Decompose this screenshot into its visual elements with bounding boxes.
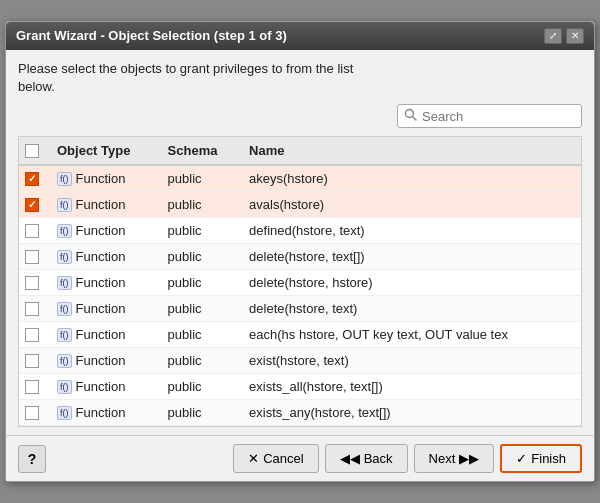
search-icon [404,108,417,124]
table-row: f()Functionpubliceach(hs hstore, OUT key… [19,322,581,348]
cell-object-type: f()Function [49,348,160,374]
row-checkbox[interactable] [25,328,39,342]
footer: ? ✕ Cancel ◀◀ Back Next ▶▶ ✓ Finish [6,435,594,481]
row-checkbox[interactable] [25,224,39,238]
cancel-label: Cancel [263,451,303,466]
cell-schema: public [160,322,241,348]
function-icon: f() [57,250,72,264]
row-checkbox[interactable] [25,354,39,368]
function-icon: f() [57,328,72,342]
finish-label: Finish [531,451,566,466]
description-line2: below. [18,79,55,94]
type-label: Function [76,171,126,186]
checkbox-cell [19,218,49,244]
top-row [18,104,582,128]
table-row: f()Functionpublicexists_any(hstore, text… [19,400,581,426]
cell-schema: public [160,192,241,218]
function-icon: f() [57,406,72,420]
table-row: f()Functionpublicdefined(hstore, text) [19,218,581,244]
cell-schema: public [160,400,241,426]
type-label: Function [76,405,126,420]
objects-table: Object Type Schema Name f()Functionpubli… [19,137,581,426]
cell-name: exist(hstore, text) [241,348,581,374]
description-line1: Please select the objects to grant privi… [18,61,353,76]
checkbox-cell [19,244,49,270]
header-checkbox-col [19,137,49,165]
cell-name: exists_any(hstore, text[]) [241,400,581,426]
header-checkbox[interactable] [25,144,39,158]
header-object-type: Object Type [49,137,160,165]
row-checkbox[interactable] [25,380,39,394]
cell-name: delete(hstore, text[]) [241,244,581,270]
table-row: f()Functionpublicakeys(hstore) [19,165,581,192]
cell-object-type: f()Function [49,192,160,218]
back-icon: ◀◀ [340,451,360,466]
cell-schema: public [160,374,241,400]
cell-name: each(hs hstore, OUT key text, OUT value … [241,322,581,348]
function-icon: f() [57,354,72,368]
header-name: Name [241,137,581,165]
table-row: f()Functionpublicexist(hstore, text) [19,348,581,374]
cell-object-type: f()Function [49,218,160,244]
cell-schema: public [160,270,241,296]
table-row: f()Functionpublicdelete(hstore, hstore) [19,270,581,296]
cell-name: avals(hstore) [241,192,581,218]
function-icon: f() [57,302,72,316]
cell-object-type: f()Function [49,270,160,296]
row-checkbox[interactable] [25,172,39,186]
function-icon: f() [57,224,72,238]
function-icon: f() [57,276,72,290]
cell-schema: public [160,165,241,192]
dialog-title: Grant Wizard - Object Selection (step 1 … [16,28,287,43]
checkbox-cell [19,322,49,348]
row-checkbox[interactable] [25,302,39,316]
function-icon: f() [57,380,72,394]
table-row: f()Functionpublicavals(hstore) [19,192,581,218]
cancel-button[interactable]: ✕ Cancel [233,444,318,473]
checkbox-cell [19,165,49,192]
cell-object-type: f()Function [49,322,160,348]
function-icon: f() [57,198,72,212]
cell-object-type: f()Function [49,165,160,192]
type-label: Function [76,275,126,290]
dialog-body: Please select the objects to grant privi… [6,50,594,435]
expand-button[interactable]: ⤢ [544,28,562,44]
back-button[interactable]: ◀◀ Back [325,444,408,473]
type-label: Function [76,327,126,342]
cell-object-type: f()Function [49,400,160,426]
search-input[interactable] [422,109,575,124]
cell-name: delete(hstore, text) [241,296,581,322]
svg-line-1 [413,117,417,121]
cell-schema: public [160,296,241,322]
finish-button[interactable]: ✓ Finish [500,444,582,473]
table-container[interactable]: Object Type Schema Name f()Functionpubli… [18,136,582,427]
cell-name: exists_all(hstore, text[]) [241,374,581,400]
checkbox-cell [19,374,49,400]
table-row: f()Functionpublicdelete(hstore, text[]) [19,244,581,270]
table-row: f()Functionpublicexists_all(hstore, text… [19,374,581,400]
table-body: f()Functionpublicakeys(hstore)f()Functio… [19,165,581,426]
checkbox-cell [19,192,49,218]
checkbox-cell [19,270,49,296]
header-schema: Schema [160,137,241,165]
cell-name: defined(hstore, text) [241,218,581,244]
table-header-row: Object Type Schema Name [19,137,581,165]
description: Please select the objects to grant privi… [18,60,582,96]
cell-schema: public [160,244,241,270]
row-checkbox[interactable] [25,276,39,290]
grant-wizard-dialog: Grant Wizard - Object Selection (step 1 … [5,21,595,482]
table-row: f()Functionpublicdelete(hstore, text) [19,296,581,322]
row-checkbox[interactable] [25,250,39,264]
back-label: Back [364,451,393,466]
finish-icon: ✓ [516,451,527,466]
type-label: Function [76,301,126,316]
help-button[interactable]: ? [18,445,46,473]
row-checkbox[interactable] [25,198,39,212]
row-checkbox[interactable] [25,406,39,420]
next-button[interactable]: Next ▶▶ [414,444,495,473]
checkbox-cell [19,400,49,426]
close-button[interactable]: ✕ [566,28,584,44]
cell-schema: public [160,348,241,374]
title-bar-buttons: ⤢ ✕ [544,28,584,44]
cell-schema: public [160,218,241,244]
